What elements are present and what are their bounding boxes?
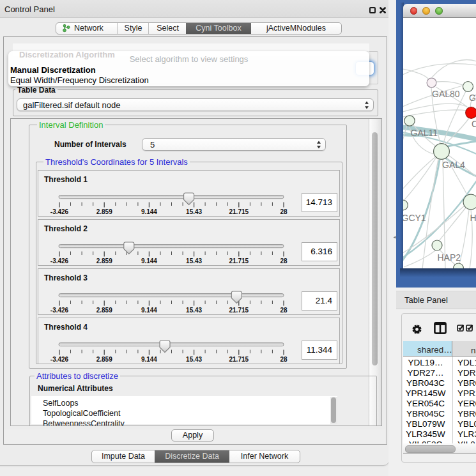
svg-text:2.859: 2.859 [96, 257, 112, 265]
svg-text:15.43: 15.43 [186, 208, 202, 215]
svg-text:-3.426: -3.426 [50, 307, 69, 314]
svg-text:21.715: 21.715 [229, 208, 249, 215]
svg-text:-3.426: -3.426 [50, 257, 69, 265]
svg-text:9.144: 9.144 [141, 208, 157, 215]
svg-text:21.715: 21.715 [229, 307, 249, 314]
svg-text:GCY1: GCY1 [403, 213, 426, 223]
svg-text:28: 28 [280, 208, 288, 215]
svg-text:-3.426: -3.426 [50, 208, 69, 215]
svg-text:28: 28 [280, 307, 288, 314]
svg-text:C: C [472, 119, 476, 129]
svg-text:GA: GA [469, 93, 476, 103]
svg-text:28: 28 [280, 356, 288, 363]
svg-text:GAL4: GAL4 [442, 160, 465, 170]
svg-text:HAP2: HAP2 [438, 252, 461, 263]
svg-text:GAL80: GAL80 [432, 89, 460, 99]
svg-text:9.144: 9.144 [141, 356, 157, 363]
svg-text:21.715: 21.715 [229, 257, 249, 265]
svg-text:2.859: 2.859 [96, 356, 112, 363]
svg-text:15.43: 15.43 [186, 307, 202, 314]
svg-text:GAL11: GAL11 [411, 128, 438, 138]
svg-text:15.43: 15.43 [186, 356, 202, 363]
svg-text:9.144: 9.144 [141, 307, 157, 314]
svg-text:9.144: 9.144 [141, 257, 157, 265]
svg-text:2.859: 2.859 [96, 208, 112, 215]
svg-text:2.859: 2.859 [96, 307, 112, 314]
svg-text:-3.426: -3.426 [50, 356, 69, 363]
svg-text:21.715: 21.715 [229, 356, 249, 363]
svg-text:15.43: 15.43 [186, 257, 202, 265]
svg-text:HI: HI [470, 213, 476, 223]
svg-text:28: 28 [280, 257, 288, 265]
